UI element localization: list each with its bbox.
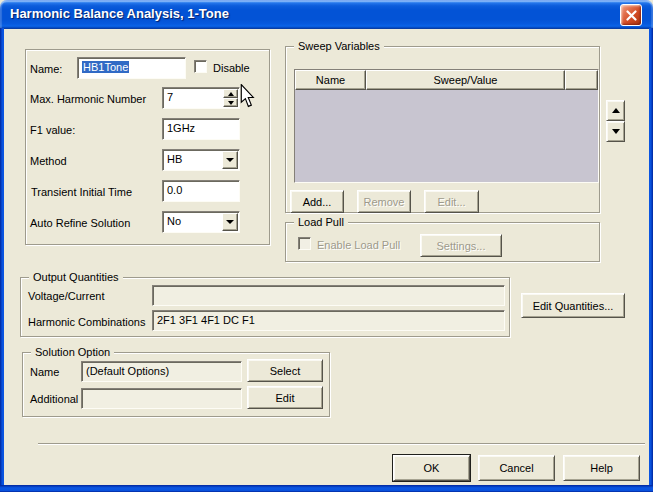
- solution-name-field: (Default Options): [81, 361, 242, 382]
- transient-input[interactable]: 0.0: [162, 180, 240, 202]
- window-border-left: [0, 28, 4, 485]
- sweep-column-name[interactable]: Name: [295, 70, 366, 90]
- name-input-selected-text: HB1Tone: [82, 61, 129, 73]
- edit-button: Edit...: [424, 190, 479, 213]
- ok-button[interactable]: OK: [393, 455, 470, 481]
- window-border-bottom: [0, 485, 653, 492]
- sweep-table-header: Name Sweep/Value: [295, 70, 598, 90]
- sweep-column-spacer: [565, 70, 598, 90]
- additional-label: Additional: [30, 393, 78, 406]
- additional-field: [81, 388, 242, 409]
- spinner-down-button[interactable]: [223, 98, 238, 107]
- sweep-column-value[interactable]: Sweep/Value: [366, 70, 565, 90]
- method-value: HB: [167, 153, 182, 165]
- edit-quantities-button[interactable]: Edit Quantities...: [521, 293, 625, 318]
- window-border-right: [649, 28, 653, 485]
- chevron-down-icon: [226, 158, 234, 162]
- method-dropdown-button[interactable]: [222, 151, 238, 169]
- disable-label: Disable: [213, 62, 250, 75]
- max-harmonic-value: 7: [167, 91, 173, 103]
- name-label: Name:: [30, 63, 62, 76]
- help-button[interactable]: Help: [563, 455, 640, 481]
- method-select[interactable]: HB: [162, 149, 240, 171]
- titlebar[interactable]: Harmonic Balance Analysis, 1-Tone: [0, 0, 653, 29]
- cancel-button[interactable]: Cancel: [478, 455, 555, 481]
- load-pull-title: Load Pull: [294, 216, 348, 229]
- sweep-list-body[interactable]: [295, 90, 598, 182]
- add-button[interactable]: Add...: [290, 190, 344, 213]
- sweep-table[interactable]: Name Sweep/Value: [294, 69, 599, 183]
- settings-button: Settings...: [420, 234, 502, 257]
- footer-separator: [38, 443, 645, 445]
- scroll-up-icon: [612, 108, 620, 113]
- solution-edit-button[interactable]: Edit: [247, 386, 323, 409]
- voltage-current-label: Voltage/Current: [28, 290, 104, 303]
- auto-refine-dropdown-button[interactable]: [222, 213, 238, 231]
- harmonic-combinations-field: 2F1 3F1 4F1 DC F1: [152, 310, 505, 331]
- f1-value-input[interactable]: 1GHz: [162, 118, 240, 140]
- auto-refine-select[interactable]: No: [162, 211, 240, 233]
- solution-name-label: Name: [30, 366, 59, 379]
- disable-checkbox[interactable]: [194, 60, 207, 73]
- harmonic-combinations-label: Harmonic Combinations: [28, 316, 145, 329]
- f1-value-label: F1 value:: [30, 124, 75, 137]
- scroll-down-icon: [612, 129, 620, 134]
- auto-refine-value: No: [167, 215, 181, 227]
- spinner-up-icon: [228, 92, 234, 96]
- spinner-up-button[interactable]: [223, 89, 238, 98]
- chevron-down-icon: [226, 220, 234, 224]
- solution-option-title: Solution Option: [31, 346, 114, 359]
- name-input[interactable]: HB1Tone: [77, 57, 186, 79]
- auto-refine-label: Auto Refine Solution: [30, 217, 130, 230]
- sweep-move-up-button[interactable]: [606, 100, 625, 121]
- enable-load-pull-label: Enable Load Pull: [317, 239, 400, 252]
- f1-value-text: 1GHz: [167, 122, 195, 134]
- dialog-window: Harmonic Balance Analysis, 1-Tone Name: …: [0, 0, 653, 492]
- remove-button: Remove: [357, 190, 411, 213]
- spinner-down-icon: [228, 101, 234, 105]
- output-quantities-title: Output Quantities: [29, 271, 123, 284]
- enable-load-pull-checkbox: [298, 237, 311, 250]
- max-harmonic-label: Max. Harmonic Number: [30, 93, 146, 106]
- close-icon: [626, 10, 637, 21]
- max-harmonic-spinner[interactable]: 7: [162, 87, 240, 109]
- window-title: Harmonic Balance Analysis, 1-Tone: [10, 6, 229, 21]
- voltage-current-field: [152, 285, 505, 306]
- cursor-icon: [239, 84, 255, 108]
- sweep-variables-title: Sweep Variables: [294, 40, 384, 53]
- method-label: Method: [30, 155, 67, 168]
- spinner-buttons: [223, 89, 238, 107]
- sweep-move-down-button[interactable]: [606, 121, 625, 142]
- transient-label: Transient Initial Time: [31, 186, 132, 199]
- transient-value: 0.0: [167, 184, 182, 196]
- close-button[interactable]: [620, 4, 642, 26]
- select-button[interactable]: Select: [247, 359, 323, 382]
